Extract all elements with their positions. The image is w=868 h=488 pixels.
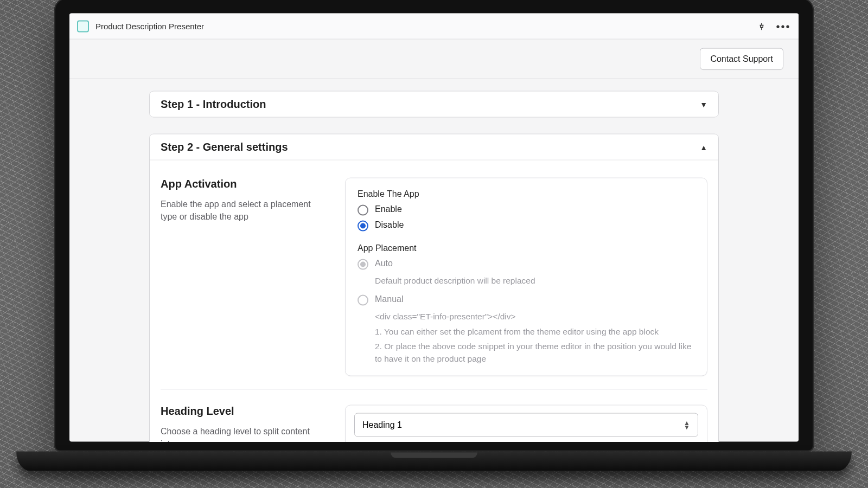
manual-help1: 1. You can either set the plcament from … [375,325,695,337]
step2-title: Step 2 - General settings [161,141,288,153]
app-icon [77,20,89,32]
heading-level-card: Heading 1 ▲▼ [345,405,707,442]
step2-accordion: Step 2 - General settings ▲ App Activati… [149,134,719,442]
step2-header[interactable]: Step 2 - General settings ▲ [150,134,718,160]
enable-label: Enable The App [358,189,695,199]
section-app-activation: App Activation Enable the app and select… [161,174,707,389]
contact-support-button[interactable]: Contact Support [700,48,783,70]
content-area: Step 1 - Introduction ▼ Step 2 - General… [69,79,799,442]
radio-auto-help: Default product description will be repl… [375,274,695,287]
app-activation-desc: Enable the app and select a placement ty… [161,198,323,223]
radio-enable[interactable]: Enable [358,204,695,216]
radio-placement-auto[interactable]: Auto [358,259,695,270]
app-window: Product Description Presenter ••• Contac… [69,14,799,442]
screen-bezel: Product Description Presenter ••• Contac… [54,0,814,452]
radio-disable[interactable]: Disable [358,220,695,232]
laptop-base [16,452,852,471]
titlebar: Product Description Presenter ••• [69,14,799,40]
select-arrows-icon: ▲▼ [684,421,690,429]
radio-manual-label: Manual [375,294,403,304]
manual-help2: 2. Or place the above code snippet in yo… [375,339,695,365]
section-heading-level: Heading Level Choose a heading level to … [161,389,707,442]
radio-disable-label: Disable [375,220,404,230]
heading-level-select[interactable]: Heading 1 ▲▼ [354,413,698,437]
step1-accordion: Step 1 - Introduction ▼ [149,91,719,118]
app-activation-card: Enable The App Enable Disable App Placem [345,178,707,376]
chevron-up-icon: ▲ [700,143,707,151]
laptop-frame: Product Description Presenter ••• Contac… [54,0,814,471]
heading-level-desc: Choose a heading level to split content … [161,425,323,442]
step1-title: Step 1 - Introduction [161,98,266,111]
radio-auto-input[interactable] [358,259,368,270]
radio-auto-label: Auto [375,259,393,268]
app-activation-heading: App Activation [161,178,323,190]
radio-disable-input[interactable] [358,221,368,232]
action-bar: Contact Support [69,40,799,79]
heading-level-heading: Heading Level [161,405,323,418]
radio-enable-input[interactable] [358,205,368,216]
pin-icon[interactable] [754,18,769,34]
step1-header[interactable]: Step 1 - Introduction ▼ [150,92,718,117]
step2-body: App Activation Enable the app and select… [150,160,718,442]
radio-manual-input[interactable] [358,295,368,306]
radio-placement-manual[interactable]: Manual [358,294,695,306]
app-title: Product Description Presenter [95,22,204,31]
radio-enable-label: Enable [375,204,402,214]
manual-snippet: <div class="ET-info-presenter"></div> [375,310,695,323]
heading-level-value: Heading 1 [362,420,402,430]
chevron-down-icon: ▼ [700,100,707,108]
placement-label: App Placement [358,243,695,253]
more-icon[interactable]: ••• [776,18,791,34]
